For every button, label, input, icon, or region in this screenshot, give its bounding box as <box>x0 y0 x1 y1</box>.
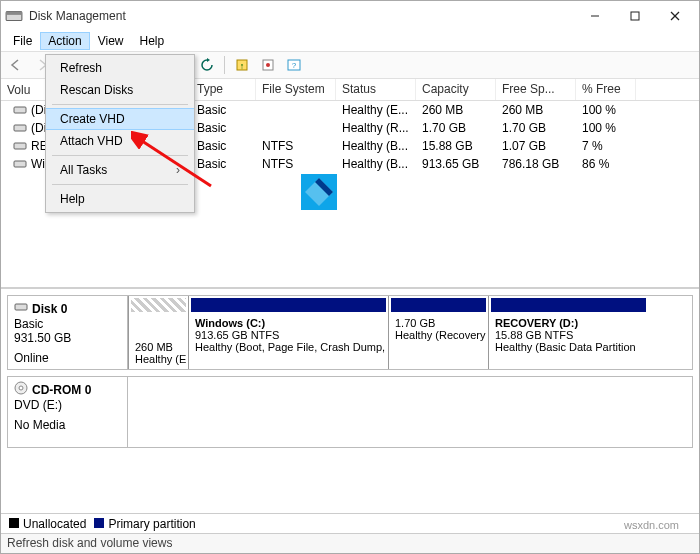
menu-help[interactable]: Help <box>46 188 194 210</box>
menu-create-vhd[interactable]: Create VHD <box>46 108 194 130</box>
watermark-text: wsxdn.com <box>624 519 679 531</box>
drive-icon <box>13 103 27 117</box>
partition-size: 15.88 GB NTFS <box>495 329 642 341</box>
partition-strip <box>128 377 692 447</box>
partition-status: Healthy (Basic Data Partition <box>495 341 642 353</box>
cell-free: 1.70 GB <box>496 120 576 136</box>
partition-size: 1.70 GB <box>395 317 482 329</box>
disk-row[interactable]: Disk 0Basic931.50 GBOnline260 MBHealthy … <box>7 295 693 370</box>
svg-point-9 <box>266 63 270 67</box>
disk-info: CD-ROM 0DVD (E:)No Media <box>8 377 128 447</box>
disk-info: Disk 0Basic931.50 GBOnline <box>8 296 128 369</box>
svg-rect-14 <box>14 107 26 113</box>
watermark-logo <box>301 174 337 214</box>
tool-icon[interactable]: ↑ <box>231 54 253 76</box>
disk-row[interactable]: CD-ROM 0DVD (E:)No Media <box>7 376 693 448</box>
app-icon <box>5 7 23 25</box>
col-filesystem[interactable]: File System <box>256 79 336 100</box>
close-button[interactable] <box>655 3 695 29</box>
disk-status: Online <box>14 351 121 365</box>
menu-separator <box>52 184 188 185</box>
cell-capacity: 15.88 GB <box>416 138 496 154</box>
menu-view[interactable]: View <box>90 32 132 50</box>
drive-icon <box>13 121 27 135</box>
col-type[interactable]: Type <box>191 79 256 100</box>
maximize-button[interactable] <box>615 3 655 29</box>
col-capacity[interactable]: Capacity <box>416 79 496 100</box>
cell-free: 786.18 GB <box>496 156 576 172</box>
legend-unallocated: Unallocated <box>9 517 86 531</box>
menu-rescan-disks[interactable]: Rescan Disks <box>46 79 194 101</box>
disk-status: No Media <box>14 418 121 432</box>
disk-size: 931.50 GB <box>14 331 121 345</box>
cell-status: Healthy (B... <box>336 138 416 154</box>
partition-size: 260 MB <box>135 341 182 353</box>
menu-action[interactable]: Action <box>40 32 89 50</box>
partition[interactable]: 260 MBHealthy (EFI Sy <box>128 296 188 369</box>
cell-status: Healthy (E... <box>336 102 416 118</box>
cell-type: Basic <box>191 138 256 154</box>
cell-status: Healthy (B... <box>336 156 416 172</box>
menubar: File Action View Help <box>1 31 699 51</box>
drive-icon <box>13 157 27 171</box>
menu-attach-vhd[interactable]: Attach VHD <box>46 130 194 152</box>
col-status[interactable]: Status <box>336 79 416 100</box>
svg-rect-3 <box>631 12 639 20</box>
legend-primary: Primary partition <box>94 517 195 531</box>
partition[interactable]: 1.70 GBHealthy (Recovery Pa <box>388 296 488 369</box>
svg-rect-17 <box>14 161 26 167</box>
properties-icon[interactable] <box>257 54 279 76</box>
disk-type: DVD (E:) <box>14 398 121 412</box>
menu-separator <box>52 155 188 156</box>
svg-text:↑: ↑ <box>240 61 245 71</box>
partition[interactable]: RECOVERY (D:)15.88 GB NTFSHealthy (Basic… <box>488 296 648 369</box>
disk-icon <box>14 381 28 398</box>
cell-capacity: 1.70 GB <box>416 120 496 136</box>
menu-separator <box>52 104 188 105</box>
toolbar-divider <box>224 56 225 74</box>
refresh-icon[interactable] <box>196 54 218 76</box>
menu-file[interactable]: File <box>5 32 40 50</box>
col-free[interactable]: Free Sp... <box>496 79 576 100</box>
disk-icon <box>14 300 28 317</box>
cell-fs <box>256 102 336 118</box>
statusbar: Refresh disk and volume views <box>1 533 699 553</box>
cell-capacity: 260 MB <box>416 102 496 118</box>
svg-rect-15 <box>14 125 26 131</box>
cell-fs: NTFS <box>256 156 336 172</box>
disk-type: Basic <box>14 317 121 331</box>
cell-fs <box>256 120 336 136</box>
cell-pct: 86 % <box>576 156 636 172</box>
disk-name: Disk 0 <box>32 302 67 316</box>
cell-fs: NTFS <box>256 138 336 154</box>
menu-all-tasks[interactable]: All Tasks <box>46 159 194 181</box>
help-icon[interactable]: ? <box>283 54 305 76</box>
partition[interactable]: Windows (C:)913.65 GB NTFSHealthy (Boot,… <box>188 296 388 369</box>
partition-size: 913.65 GB NTFS <box>195 329 382 341</box>
disk-name: CD-ROM 0 <box>32 383 91 397</box>
svg-rect-1 <box>6 12 22 15</box>
partition-status: Healthy (EFI Sy <box>135 353 182 365</box>
partition-bar <box>191 298 386 312</box>
volume-name: Wi <box>31 157 45 171</box>
back-button[interactable] <box>5 54 27 76</box>
col-pctfree[interactable]: % Free <box>576 79 636 100</box>
cell-pct: 100 % <box>576 120 636 136</box>
titlebar: Disk Management <box>1 1 699 31</box>
cell-capacity: 913.65 GB <box>416 156 496 172</box>
partition-strip: 260 MBHealthy (EFI SyWindows (C:)913.65 … <box>128 296 692 369</box>
menu-refresh[interactable]: Refresh <box>46 57 194 79</box>
svg-text:?: ? <box>292 61 297 70</box>
cell-type: Basic <box>191 120 256 136</box>
cell-free: 260 MB <box>496 102 576 118</box>
minimize-button[interactable] <box>575 3 615 29</box>
menu-help[interactable]: Help <box>132 32 173 50</box>
cell-pct: 7 % <box>576 138 636 154</box>
disk-map: Disk 0Basic931.50 GBOnline260 MBHealthy … <box>1 289 699 513</box>
action-dropdown: Refresh Rescan Disks Create VHD Attach V… <box>45 54 195 213</box>
window-title: Disk Management <box>29 9 126 23</box>
svg-point-20 <box>19 386 23 390</box>
drive-icon <box>13 139 27 153</box>
partition-status: Healthy (Recovery Pa <box>395 329 482 341</box>
partition-status: Healthy (Boot, Page File, Crash Dump, Ba <box>195 341 382 353</box>
